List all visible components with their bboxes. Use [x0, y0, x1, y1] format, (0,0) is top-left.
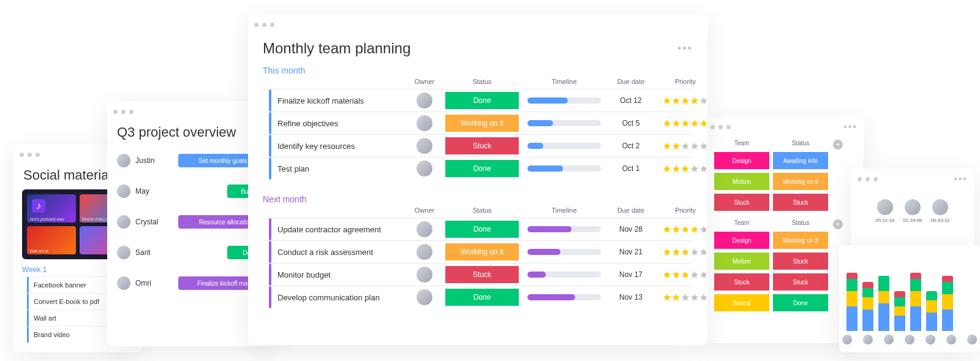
due-date[interactable]: Oct 5	[609, 119, 652, 127]
status-cell[interactable]: Stuck	[773, 273, 828, 291]
task-name[interactable]: Monitor budget	[271, 270, 331, 279]
team-cell[interactable]: Stuck	[714, 273, 769, 291]
status-cell[interactable]: Done	[773, 294, 828, 311]
status-cell[interactable]: Stuck	[445, 137, 519, 154]
team-cell[interactable]: Design	[714, 232, 769, 249]
status-cell[interactable]: Done	[445, 289, 519, 306]
column-label[interactable]: Due date	[609, 78, 652, 85]
add-column-button[interactable]: +	[833, 219, 843, 229]
due-date[interactable]: Oct 1	[609, 164, 652, 173]
gantt-row[interactable]: OmriFinalize kickoff material	[117, 269, 269, 297]
column-label[interactable]: Priority	[655, 78, 707, 85]
status-cell[interactable]: Working on it	[445, 115, 519, 132]
column-label[interactable]: Timeline	[521, 207, 607, 214]
avatar[interactable]	[117, 276, 130, 290]
timeline-bar[interactable]	[527, 120, 601, 126]
table-row[interactable]: Test planDoneOct 1	[263, 157, 693, 180]
timeline-bar[interactable]	[527, 294, 601, 300]
column-label[interactable]: Due date	[609, 207, 652, 214]
task-name[interactable]: Update contractor agreement	[271, 225, 381, 234]
board-title[interactable]: Monthly team planning •••	[263, 40, 693, 57]
avatar[interactable]	[905, 199, 921, 215]
more-icon[interactable]: •••	[954, 173, 968, 184]
due-date[interactable]: Oct 2	[609, 142, 652, 150]
table-row[interactable]: Update contractor agreementDoneNov 28	[263, 218, 693, 240]
due-date[interactable]: Nov 17	[609, 270, 652, 279]
group-title[interactable]: This month	[263, 66, 693, 75]
task-name[interactable]: Develop communication plan	[271, 293, 380, 302]
status-cell[interactable]: Awaiting info	[773, 152, 828, 169]
owner-avatar[interactable]	[417, 93, 432, 108]
priority-stars[interactable]	[655, 270, 707, 279]
gantt-row[interactable]: MayBudget	[117, 177, 269, 205]
gantt-row[interactable]: CrystalResource allocation	[117, 208, 269, 236]
gantt-row[interactable]: JustinSet monthly goals	[117, 146, 269, 175]
due-date[interactable]: Nov 13	[609, 293, 652, 302]
team-cell[interactable]: Motion	[714, 173, 769, 190]
owner-avatar[interactable]	[417, 244, 432, 260]
owner-avatar[interactable]	[417, 115, 432, 131]
column-label[interactable]: Owner	[406, 207, 443, 214]
column-label[interactable]: Priority	[655, 207, 707, 214]
owner-avatar[interactable]	[417, 221, 432, 237]
table-row[interactable]: Conduct a risk assessmentWorking on itNo…	[263, 240, 693, 263]
timeline-bar[interactable]	[527, 226, 601, 232]
owner-avatar[interactable]	[417, 138, 432, 154]
timeline-bar[interactable]	[527, 249, 601, 255]
timeline-bar[interactable]	[527, 97, 601, 104]
due-date[interactable]: Oct 12	[609, 96, 652, 105]
task-name[interactable]: Refine objectives	[271, 119, 338, 128]
status-cell[interactable]: Working on it	[773, 173, 828, 190]
table-row[interactable]: Finalize kickoff materialsDoneOct 12	[263, 89, 693, 112]
priority-stars[interactable]	[655, 248, 707, 256]
team-cell[interactable]: Design	[714, 152, 769, 169]
owner-avatar[interactable]	[417, 161, 432, 177]
priority-stars[interactable]	[655, 164, 707, 173]
timeline-bar[interactable]	[527, 272, 601, 278]
media-thumbnail[interactable]: ♪Jen's podcast.wav	[27, 194, 76, 222]
avatar[interactable]	[117, 184, 130, 198]
priority-stars[interactable]	[655, 119, 707, 127]
timeline-bar[interactable]	[527, 165, 601, 172]
timeline-bar[interactable]	[527, 143, 601, 149]
status-cell[interactable]: Done	[445, 92, 519, 109]
more-icon[interactable]: •••	[843, 121, 858, 132]
column-label[interactable]: Timeline	[521, 78, 607, 85]
task-name[interactable]: Conduct a risk assessment	[271, 248, 373, 257]
task-name[interactable]: Identify key resources	[271, 142, 355, 151]
priority-stars[interactable]	[655, 293, 707, 302]
table-row[interactable]: Identify key resourcesStuckOct 2	[263, 134, 693, 157]
table-row[interactable]: Monitor budgetStuckNov 17	[263, 263, 693, 286]
team-cell[interactable]: Motion	[714, 253, 769, 270]
column-label[interactable]: Status	[445, 207, 519, 214]
status-cell[interactable]: Working on it	[445, 243, 519, 260]
priority-stars[interactable]	[655, 96, 707, 105]
table-row[interactable]: Develop communication planDoneNov 13	[263, 286, 693, 308]
priority-stars[interactable]	[655, 225, 707, 234]
team-cell[interactable]: Sound	[714, 294, 769, 311]
avatar[interactable]	[117, 154, 130, 167]
column-label[interactable]: Owner	[406, 78, 443, 85]
avatar[interactable]	[117, 246, 130, 259]
due-date[interactable]: Nov 21	[609, 248, 652, 256]
media-thumbnail[interactable]: Wall art.ai	[27, 226, 76, 254]
status-cell[interactable]: Stuck	[445, 266, 519, 283]
task-name[interactable]: Test plan	[271, 164, 309, 173]
more-icon[interactable]: •••	[677, 42, 693, 55]
status-cell[interactable]: Stuck	[773, 194, 828, 211]
status-cell[interactable]: Working on it	[773, 232, 828, 249]
status-cell[interactable]: Stuck	[773, 253, 828, 270]
avatar[interactable]	[117, 215, 130, 229]
owner-avatar[interactable]	[417, 267, 432, 283]
due-date[interactable]: Nov 28	[609, 225, 652, 234]
status-cell[interactable]: Done	[445, 221, 519, 238]
column-label[interactable]: Status	[445, 78, 519, 85]
avatar[interactable]	[932, 199, 948, 215]
owner-avatar[interactable]	[417, 289, 432, 305]
status-cell[interactable]: Done	[445, 160, 519, 177]
priority-stars[interactable]	[655, 142, 707, 150]
table-row[interactable]: Refine objectivesWorking on itOct 5	[263, 112, 693, 134]
avatar[interactable]	[877, 199, 893, 215]
gantt-row[interactable]: SaritDevel	[117, 238, 269, 267]
task-name[interactable]: Finalize kickoff materials	[271, 96, 364, 105]
